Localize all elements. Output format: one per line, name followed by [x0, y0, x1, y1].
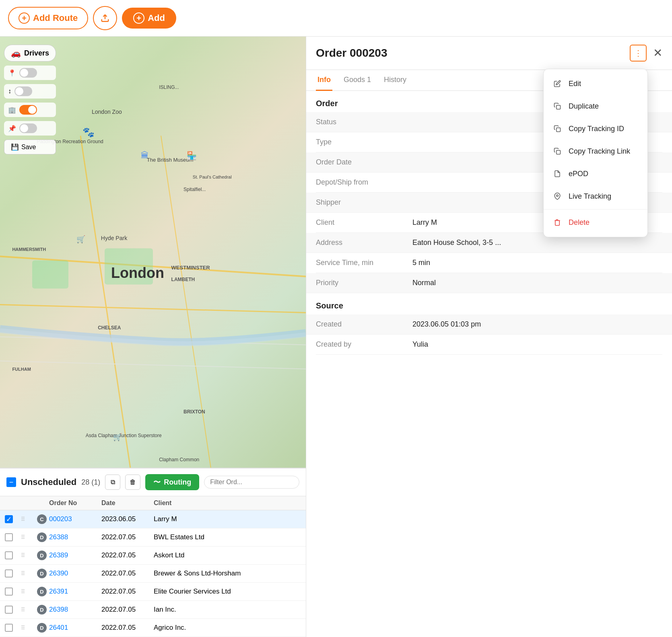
drag-handle-26388[interactable]: ⠿ — [21, 534, 37, 540]
delete-icon — [552, 217, 563, 228]
toggle-2[interactable] — [14, 86, 32, 96]
order-link-26389[interactable]: 26389 — [49, 551, 101, 559]
table-row: ⠿ D 26398 2022.07.05 Ian Inc. — [0, 601, 306, 619]
context-menu: Edit Duplicate Copy Tracking ID Copy Tra… — [543, 69, 648, 237]
source-section-label: Source — [316, 293, 662, 314]
row-checkbox-000203[interactable]: ✓ — [5, 515, 13, 523]
toggle-3[interactable] — [19, 105, 37, 115]
map-place-lambeth: LAMBETH — [171, 277, 195, 282]
order-link-26391[interactable]: 26391 — [49, 588, 101, 596]
row-checkbox-26389[interactable] — [5, 551, 13, 559]
svg-rect-9 — [557, 105, 561, 109]
drag-handle-26389[interactable]: ⠿ — [21, 552, 37, 559]
field-row-created: Created 2023.06.05 01:03 pm — [306, 314, 672, 335]
field-label-priority: Priority — [316, 279, 412, 287]
toggle-row-3: 🏢 — [4, 103, 56, 117]
menu-item-edit[interactable]: Edit — [544, 72, 647, 95]
drivers-button[interactable]: 🚗 Drivers — [4, 45, 56, 62]
map-place-chelsea: CHELSEA — [98, 325, 121, 331]
drivers-label: Drivers — [24, 49, 49, 58]
order-link-26388[interactable]: 26388 — [49, 533, 101, 541]
live-tracking-icon — [552, 191, 563, 202]
map-marker-spitalfields: 🏪 — [187, 151, 197, 160]
order-date-26389: 2022.07.05 — [101, 551, 154, 559]
order-link-26401[interactable]: 26401 — [49, 624, 101, 632]
svg-rect-8 — [32, 261, 68, 289]
filter-input[interactable] — [204, 476, 299, 489]
field-row-priority: Priority Normal — [306, 273, 672, 293]
drag-handle-26401[interactable]: ⠿ — [21, 625, 37, 631]
type-badge-26390: D — [37, 569, 47, 578]
field-value-created: 2023.06.05 01:03 pm — [412, 320, 662, 329]
drivers-icon: 🚗 — [11, 48, 21, 58]
field-label-created-by: Created by — [316, 340, 412, 349]
col-drag — [21, 499, 37, 507]
map-marker-westway: 🛒 — [76, 235, 85, 244]
drag-handle-26390[interactable]: ⠿ — [21, 570, 37, 577]
unscheduled-panel: − Unscheduled 28 (1) ⧉ 🗑 〜 Routing Order… — [0, 468, 306, 637]
copy-button[interactable]: ⧉ — [105, 475, 120, 490]
toggle-4[interactable] — [19, 123, 37, 133]
map-route-icon: ↕ — [8, 88, 11, 95]
row-checkbox-26398[interactable] — [5, 606, 13, 614]
upload-button[interactable] — [93, 6, 117, 30]
svg-line-2 — [0, 305, 306, 313]
epod-icon — [552, 168, 563, 179]
add-route-label: Add Route — [33, 13, 78, 23]
order-panel-title: Order 000203 — [316, 47, 623, 60]
menu-item-duplicate[interactable]: Duplicate — [544, 95, 647, 117]
add-button[interactable]: + Add — [122, 8, 176, 29]
order-link-26398[interactable]: 26398 — [49, 606, 101, 614]
drag-handle-26391[interactable]: ⠿ — [21, 588, 37, 595]
order-close-button[interactable]: ✕ — [653, 47, 662, 59]
toggle-row-4: 📌 — [4, 121, 56, 136]
field-label-type: Type — [316, 138, 412, 146]
field-label-address: Address — [316, 238, 412, 247]
map-place-hyde-park: Hyde Park — [101, 235, 127, 241]
field-value-address: Eaton House School, 3-5 ... — [412, 238, 662, 247]
map-marker-zoo: 🐾 — [82, 127, 95, 138]
drag-handle-26398[interactable]: ⠿ — [21, 606, 37, 613]
tab-history[interactable]: History — [382, 70, 408, 91]
tab-info[interactable]: Info — [316, 70, 332, 91]
map-place-islington: ISLING... — [159, 84, 179, 90]
menu-item-copy-tracking-id[interactable]: Copy Tracking ID — [544, 117, 647, 140]
order-panel: Order 000203 ⋮ ✕ Info Goods 1 History Or… — [306, 37, 672, 637]
tab-goods[interactable]: Goods 1 — [342, 70, 373, 91]
drag-handle-000203[interactable]: ⠿ — [21, 516, 37, 522]
col-date: Date — [101, 499, 154, 507]
map-place-fulham: FULHAM — [12, 367, 31, 372]
svg-line-6 — [0, 361, 306, 369]
order-client-26391: Elite Courier Services Ltd — [154, 588, 285, 596]
delete-button[interactable]: 🗑 — [125, 475, 140, 490]
deselect-all-button[interactable]: − — [6, 477, 16, 487]
map-pin-icon-2: 📌 — [8, 125, 16, 132]
menu-label-delete: Delete — [569, 218, 590, 227]
plus-icon: + — [19, 12, 30, 24]
order-link-26390[interactable]: 26390 — [49, 569, 101, 577]
duplicate-icon — [552, 101, 563, 112]
toggle-1[interactable] — [19, 68, 37, 78]
add-route-button[interactable]: + Add Route — [8, 7, 88, 29]
row-checkbox-26390[interactable] — [5, 569, 13, 577]
order-client-26401: Agrico Inc. — [154, 624, 285, 632]
map-controls-left: 🚗 Drivers 📍 ↕ 🏢 📌 💾 Save — [4, 45, 56, 154]
menu-label-duplicate: Duplicate — [569, 102, 599, 111]
menu-item-live-tracking[interactable]: Live Tracking — [544, 185, 647, 208]
save-button[interactable]: 💾 Save — [4, 140, 56, 154]
menu-item-epod[interactable]: ePOD — [544, 162, 647, 185]
copy-tracking-id-icon — [552, 123, 563, 134]
map-place-spitalfields: Spitalfiel... — [183, 187, 206, 192]
col-checkbox — [5, 499, 21, 507]
menu-item-copy-tracking-link[interactable]: Copy Tracking Link — [544, 140, 647, 162]
order-client-000203: Larry M — [154, 515, 285, 523]
order-link-000203[interactable]: 000203 — [49, 515, 101, 523]
col-client: Client — [154, 499, 285, 507]
row-checkbox-26401[interactable] — [5, 624, 13, 632]
menu-item-delete[interactable]: Delete — [544, 211, 647, 234]
routing-button[interactable]: 〜 Routing — [145, 474, 199, 490]
order-menu-button[interactable]: ⋮ — [630, 45, 647, 62]
row-checkbox-26391[interactable] — [5, 588, 13, 596]
row-checkbox-26388[interactable] — [5, 533, 13, 541]
order-date-000203: 2023.06.05 — [101, 515, 154, 523]
